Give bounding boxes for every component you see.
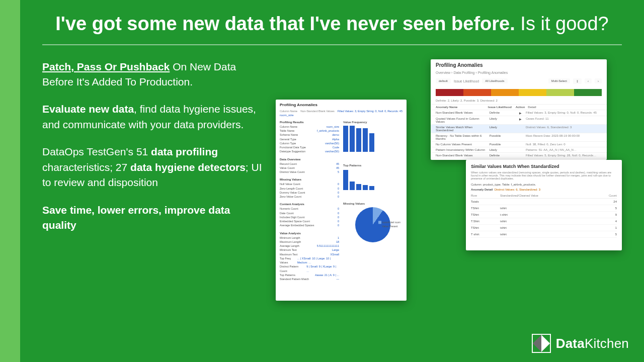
filter-label: Issue Likelihood (454, 79, 479, 83)
card-profiling-anomalies: Profiling Anomalies Overview › Data Prof… (431, 59, 607, 160)
paragraph-4: Save time, lower errors, improve data qu… (42, 203, 264, 233)
anomaly-row[interactable]: Similar Values Match When StandardizedLi… (431, 124, 607, 133)
anomaly-row[interactable]: No Column Values PresentPossibleNull: 5,… (431, 158, 607, 160)
export-icon[interactable]: ↧ (573, 78, 582, 84)
paragraph-2: Evaluate new data, find data hygiene iss… (42, 102, 264, 132)
paragraph-1: Patch, Pass Or Pushback On New Data Befo… (42, 59, 264, 90)
p1-lead: Patch, Pass Or Pushback (42, 61, 170, 72)
top-patterns-chart (343, 167, 403, 192)
anomaly-row[interactable]: Non-Standard Blank ValuesDefiniteFilled … (431, 152, 607, 158)
left-accent-bar (0, 0, 20, 362)
datakitchen-logo: DataKitchen (532, 334, 629, 353)
filter-default[interactable]: default (436, 78, 451, 83)
headline-light: Is it good? (520, 13, 608, 34)
similar-context: Column: product_type; Table: f_airbnb_pr… (471, 183, 617, 186)
anomaly-row[interactable]: Non-Standard Blank ValuesDefinite▶Filled… (431, 110, 607, 116)
multi-select[interactable]: Multi-Select (548, 78, 570, 83)
heat-legend: Definite: 2, Likely: 2, Possible: 3, Dis… (431, 99, 607, 104)
table-row: T.Shirttshirt4 (471, 218, 617, 225)
card-similar-values: Similar Values Match When Standardized W… (466, 160, 622, 250)
right-screenshots: Profiling Anomalies Overview › Data Prof… (276, 59, 622, 301)
profile-title: Profiling Anomalies (280, 103, 403, 107)
anomalies-title: Profiling Anomalies (431, 59, 607, 71)
anomaly-row[interactable]: Quoted Values Found in Column ValuesLike… (431, 116, 607, 124)
likelihood-select[interactable]: All Likelihoods (482, 78, 507, 83)
anomaly-row[interactable]: Recency · No Table Dates within 6 Months… (431, 133, 607, 141)
value-frequency-chart (343, 124, 403, 154)
headline-rule (42, 44, 622, 45)
table-row: Totals24 (471, 199, 617, 205)
table-row: TShirttshirt1 (471, 225, 617, 231)
logo-icon (532, 334, 551, 353)
filter-row: default Issue Likelihood All Likelihoods… (431, 76, 607, 86)
left-column: Patch, Pass Or Pushback On New Data Befo… (42, 59, 264, 301)
table-row: T shirttshirt5 (471, 231, 617, 238)
next-page-icon[interactable]: › (595, 78, 602, 83)
slide-content: I've got some new data that I've never s… (20, 0, 644, 362)
similar-title: Similar Values Match When Standardized (471, 164, 617, 169)
paragraph-3: DataOps TestGen's 51 data profiling char… (42, 144, 264, 190)
headline-bold: I've got some new data that I've never s… (55, 13, 515, 34)
breadcrumb: Overview › Data Profiling › Profiling An… (431, 71, 607, 76)
anomaly-row[interactable]: No Column Values PresentPossibleNull: 38… (431, 141, 607, 147)
similar-desc: When column values are standardized (rem… (471, 171, 617, 180)
headline: I've got some new data that I've never s… (42, 12, 622, 36)
card-profile-detail: Profiling Anomalies Column Name Non-Stan… (276, 100, 407, 301)
table-row: TShirtt-shirt9 (471, 212, 617, 218)
table-row: TShirttshirt5 (471, 205, 617, 212)
anomaly-row[interactable]: Pattern Inconsistency Within ColumnLikel… (431, 147, 607, 152)
heat-bar (436, 89, 602, 96)
prev-page-icon[interactable]: ‹ (585, 78, 592, 83)
